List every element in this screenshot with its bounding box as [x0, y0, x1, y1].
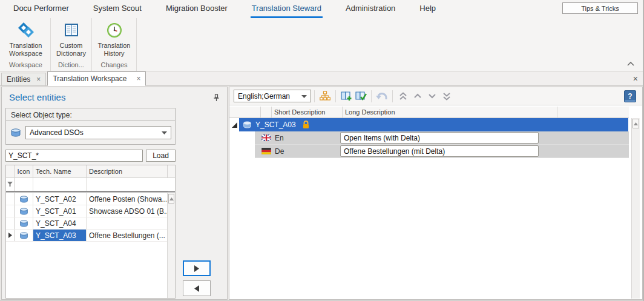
translation-row-en[interactable]: En	[229, 131, 629, 145]
next-item-icon[interactable]	[425, 90, 439, 103]
tab-label: Entities	[7, 75, 30, 84]
hierarchy-icon[interactable]	[318, 90, 332, 103]
ribbon: TranslationWorkspace Workspace	[0, 18, 643, 71]
entity-search-input[interactable]	[5, 150, 143, 162]
database-icon	[243, 121, 252, 128]
column-header-short-description[interactable]: Short Description	[272, 107, 343, 117]
pin-icon[interactable]	[212, 94, 221, 102]
undo-icon[interactable]	[375, 90, 389, 103]
description-cell[interactable]: Showcase ADSO 01 (B...	[87, 205, 168, 217]
tech-name-cell[interactable]: Y_SCT_A01	[33, 205, 87, 217]
validate-dictionary-icon[interactable]	[353, 90, 368, 103]
move-right-button[interactable]	[183, 260, 211, 276]
close-icon[interactable]: ×	[633, 74, 638, 84]
move-left-button[interactable]	[183, 280, 211, 296]
menubar: Docu Performer System Scout Migration Bo…	[0, 0, 643, 18]
column-header-tech-name[interactable]: Tech. Name	[33, 165, 87, 177]
menu-translation-steward[interactable]: Translation Steward	[251, 0, 323, 18]
language-dropdown[interactable]: English;German	[234, 90, 311, 102]
scrollbar[interactable]	[631, 118, 640, 299]
object-type-dropdown[interactable]: Advanced DSOs	[25, 126, 171, 139]
scrollbar[interactable]	[167, 193, 175, 298]
database-icon	[15, 230, 33, 241]
help-icon[interactable]: ?	[624, 90, 636, 102]
translation-history-button[interactable]: TranslationHistory	[95, 21, 134, 58]
scroll-up-icon[interactable]	[168, 194, 174, 203]
chevron-down-icon	[162, 131, 167, 134]
close-icon[interactable]: ×	[36, 76, 41, 82]
table-row[interactable]: Y_SCT_A01 Showcase ADSO 01 (B...	[6, 205, 168, 217]
filter-cell[interactable]	[33, 178, 87, 191]
close-icon[interactable]: ×	[136, 76, 140, 82]
menu-migration-booster[interactable]: Migration Booster	[165, 0, 229, 18]
lock-icon	[302, 121, 310, 129]
row-indicator-header	[6, 165, 15, 177]
ribbon-group-label-dictionary: Diction...	[52, 60, 90, 71]
toolbar-separator	[392, 90, 393, 102]
menu-system-scout[interactable]: System Scout	[92, 0, 143, 18]
table-row[interactable]: Y_SCT_A04	[6, 217, 168, 230]
tech-name-cell[interactable]: Y_SCT_A04	[33, 217, 87, 229]
description-cell[interactable]	[87, 217, 168, 229]
entity-table: Icon Tech. Name Description Y_SCT_A02	[5, 165, 176, 299]
ribbon-group-changes: TranslationHistory Changes	[92, 18, 137, 71]
database-icon	[15, 217, 33, 229]
table-row[interactable]: Y_SCT_A02 Offene Posten (Showa...	[6, 193, 168, 205]
ribbon-group-label-workspace: Workspace	[2, 60, 49, 71]
custom-dictionary-icon	[62, 21, 81, 40]
table-row-selected[interactable]: Y_SCT_A03 Offene Bestellungen (...	[6, 230, 168, 242]
first-item-icon[interactable]	[396, 90, 410, 103]
collapse-triangle-icon[interactable]	[229, 122, 239, 128]
translation-workspace-icon	[16, 21, 36, 40]
ribbon-group-workspace: TranslationWorkspace Workspace	[1, 18, 51, 71]
previous-item-icon[interactable]	[410, 90, 425, 103]
ribbon-collapse-button[interactable]	[627, 61, 636, 68]
tab-label: Translation Workspace	[53, 74, 126, 83]
tab-entities[interactable]: Entities ×	[1, 73, 46, 85]
tech-name-cell[interactable]: Y_SCT_A02	[33, 193, 87, 205]
tech-name-cell[interactable]: Y_SCT_A03	[33, 230, 87, 241]
long-description-input-de[interactable]	[340, 145, 539, 157]
object-type-value: Advanced DSOs	[30, 128, 84, 137]
ribbon-button-label: TranslationWorkspace	[9, 42, 42, 58]
panel-title: Select entities	[9, 92, 65, 102]
filter-row	[6, 178, 168, 191]
object-type-groupbox: Select Object type: Advanced DSOs	[5, 108, 176, 145]
database-icon	[10, 128, 22, 137]
menu-help[interactable]: Help	[418, 0, 437, 18]
load-button[interactable]: Load	[146, 150, 176, 162]
last-item-icon[interactable]	[439, 90, 454, 103]
description-cell[interactable]: Offene Posten (Showa...	[87, 193, 168, 205]
select-entities-panel: Select entities Select Object type: Adva…	[1, 87, 228, 300]
column-header-long-description[interactable]: Long Description	[343, 107, 557, 117]
ribbon-button-label: CustomDictionary	[56, 42, 86, 58]
menu-administration[interactable]: Administration	[344, 0, 396, 18]
tab-translation-workspace[interactable]: Translation Workspace ×	[47, 71, 146, 86]
translation-workspace-button[interactable]: TranslationWorkspace	[6, 21, 46, 58]
tips-tricks-button[interactable]: Tips & Tricks	[562, 2, 638, 14]
custom-dictionary-button[interactable]: CustomDictionary	[53, 21, 90, 58]
app-window: Docu Performer System Scout Migration Bo…	[0, 0, 644, 301]
object-type-label: Select Object type:	[6, 108, 175, 121]
german-flag-icon	[261, 148, 271, 154]
long-description-input-en[interactable]	[340, 132, 539, 144]
filter-cell[interactable]	[87, 178, 168, 191]
workspace-toolbar: English;German	[229, 87, 642, 105]
filter-cell[interactable]	[15, 178, 33, 191]
ribbon-group-dictionary: CustomDictionary Diction...	[51, 18, 92, 71]
description-cell[interactable]: Offene Bestellungen (...	[87, 230, 168, 241]
scroll-up-icon[interactable]	[632, 119, 639, 128]
filter-funnel-icon[interactable]	[6, 178, 15, 191]
language-value: English;German	[238, 92, 290, 101]
column-header-icon[interactable]: Icon	[15, 165, 33, 177]
group-row[interactable]: Y_SCT_A03	[229, 118, 629, 131]
menu-docu-performer[interactable]: Docu Performer	[12, 0, 70, 18]
column-header-description[interactable]: Description	[87, 165, 168, 177]
entity-table-header: Icon Tech. Name Description	[6, 165, 175, 178]
column-header-spacer	[168, 165, 175, 177]
ribbon-button-label: TranslationHistory	[97, 42, 130, 58]
toolbar-separator	[314, 90, 315, 102]
translation-workspace-panel: English;German	[229, 87, 643, 300]
add-to-dictionary-icon[interactable]	[339, 90, 353, 103]
translation-row-de[interactable]: De	[229, 145, 629, 158]
